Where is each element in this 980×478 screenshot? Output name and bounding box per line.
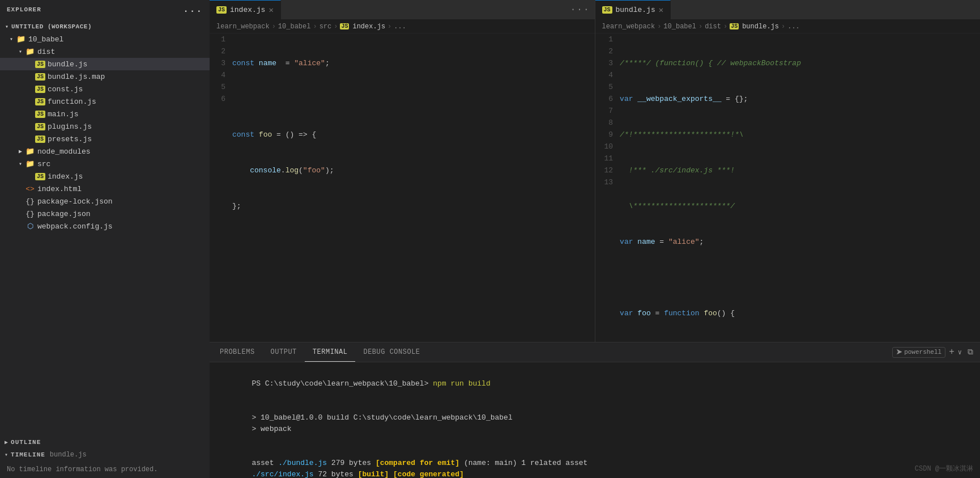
outline-section[interactable]: ▶ OUTLINE (0, 436, 210, 449)
outline-arrow: ▶ (5, 439, 8, 446)
tree-item-function-js[interactable]: JS function.js (0, 95, 210, 108)
new-terminal-button[interactable]: + (949, 347, 955, 357)
tree-item-package-lock-json[interactable]: {} package-lock.json (0, 195, 210, 208)
editor2-line-numbers: 123456 78910111213 (595, 33, 620, 342)
tree-label: plugins.js (48, 122, 92, 131)
tree-item-src[interactable]: ▾ 📁 src (0, 158, 210, 170)
editor2-tabs-wrap: JS bundle.js ✕ learn_webpack › 10_babel … (595, 0, 981, 33)
bc-part: learn_webpack (216, 23, 270, 31)
timeline-arrow: ▾ (5, 451, 8, 458)
editor1-code-body: 123456 const name = "alice"; const foo =… (210, 33, 595, 342)
tree-label: package-lock.json (37, 197, 113, 206)
tree-label: bundle.js (48, 60, 87, 69)
editor1-breadcrumb: learn_webpack › 10_babel › src › JS inde… (210, 20, 595, 33)
main-area: EXPLORER ... ▾ UNTITLED (WORKSPACE) ▾ 📁 … (0, 0, 980, 478)
terminal-shell-label: powershell (904, 349, 941, 356)
panel-tab-output[interactable]: OUTPUT (263, 342, 305, 362)
terminal-icon: ⮞ (896, 349, 902, 356)
terminal-line: > webpack (252, 425, 291, 433)
js-icon: JS (35, 111, 45, 118)
tree-label: function.js (48, 98, 96, 106)
terminal-line: ./src/index.js 72 bytes [built] [code ge… (252, 470, 463, 478)
json-icon: {} (25, 210, 35, 218)
bc-sep: › (334, 23, 338, 31)
tree-label: bundle.js.map (48, 73, 105, 81)
watermark: CSDN @一颗冰淇淋 (915, 464, 973, 473)
no-timeline-info: No timeline information was provided. (0, 461, 210, 478)
panel-tabs: PROBLEMS OUTPUT TERMINAL DEBUG CONSOLE ⮞… (210, 342, 980, 362)
workspace-root[interactable]: ▾ UNTITLED (WORKSPACE) (0, 20, 210, 33)
terminal-split-button[interactable]: ⧉ (968, 348, 973, 357)
tab-close-button[interactable]: ✕ (269, 6, 273, 14)
bc-part: ... (394, 23, 406, 31)
tree-item-const-js[interactable]: JS const.js (0, 83, 210, 95)
editor2-code-body: 123456 78910111213 /*****/ (function() {… (595, 33, 981, 342)
panel-tab-terminal[interactable]: TERMINAL (305, 342, 356, 362)
tab-index-js[interactable]: JS index.js ✕ (210, 0, 281, 19)
tree-label: index.html (37, 185, 82, 193)
bc-part: dist (705, 23, 721, 31)
folder-arrow: ▾ (16, 160, 25, 167)
panel-tab-problems[interactable]: PROBLEMS (212, 342, 263, 362)
panel-controls: ⮞ powershell + ∨ ⧉ (892, 347, 978, 358)
folder-icon: 📁 (25, 159, 35, 168)
json-icon: {} (25, 197, 35, 206)
tree-item-index-js[interactable]: JS index.js (0, 170, 210, 183)
html-icon: <> (25, 185, 35, 193)
timeline-section[interactable]: ▾ TIMELINE bundle.js (0, 449, 210, 461)
tab-bundle-js[interactable]: JS bundle.js ✕ (595, 0, 671, 19)
tree-item-index-html[interactable]: <> index.html (0, 183, 210, 195)
tree-item-bundle-js[interactable]: JS bundle.js (0, 58, 210, 70)
editor-index-js: JS index.js ✕ ··· learn_webpack › 10_bab… (210, 0, 595, 342)
tree-label: src (37, 160, 50, 168)
tree-item-bundle-js-map[interactable]: JS bundle.js.map (0, 70, 210, 83)
timeline-label: TIMELINE (11, 451, 45, 458)
bc-part: index.js (352, 23, 385, 31)
tree-item-dist[interactable]: ▾ 📁 dist (0, 45, 210, 58)
js-icon: JS (35, 98, 45, 105)
tree-label: main.js (48, 110, 79, 119)
terminal-shell-button[interactable]: ⮞ powershell (892, 347, 945, 358)
tab-js-icon: JS (216, 6, 227, 14)
bc-sep: › (723, 23, 727, 31)
bc-sep: › (657, 23, 661, 31)
folder-arrow: ▾ (16, 48, 25, 55)
terminal-line: asset ./bundle.js 279 bytes [compared fo… (252, 459, 587, 467)
terminal-body: PS C:\study\code\learn_webpack\10_babel>… (210, 362, 980, 478)
tree-item-node-modules[interactable]: ▶ 📁 node_modules (0, 145, 210, 158)
folder-icon: 📁 (25, 147, 35, 156)
terminal-dropdown-button[interactable]: ∨ (958, 348, 962, 357)
bc-part: 10_babel (278, 23, 311, 31)
workspace-label: UNTITLED (WORKSPACE) (11, 23, 92, 30)
tab-js-icon: JS (602, 6, 612, 14)
tree-item-main-js[interactable]: JS main.js (0, 108, 210, 120)
js-icon: JS (35, 136, 45, 143)
tree-label: 10_babel (28, 35, 63, 44)
tree-label: const.js (48, 85, 83, 94)
tree-item-package-json[interactable]: {} package.json (0, 208, 210, 220)
terminal-line: PS C:\study\code\learn_webpack\10_babel>… (252, 379, 490, 388)
file-tree: ▾ UNTITLED (WORKSPACE) ▾ 📁 10_babel ▾ 📁 … (0, 19, 210, 436)
tab-close-button[interactable]: ✕ (659, 6, 663, 14)
bc-sep: › (272, 23, 276, 31)
editor1-line-numbers: 123456 (210, 33, 232, 342)
bc-sep: › (698, 23, 702, 31)
webpack-icon: ⬡ (25, 222, 35, 231)
editor-bundle-js: JS bundle.js ✕ learn_webpack › 10_babel … (595, 0, 981, 342)
timeline-filename: bundle.js (50, 451, 87, 459)
bc-part: 10_babel (663, 23, 696, 31)
tree-item-plugins-js[interactable]: JS plugins.js (0, 120, 210, 133)
tree-item-presets-js[interactable]: JS presets.js (0, 133, 210, 145)
js-icon: JS (35, 61, 45, 68)
bc-part: src (319, 23, 332, 31)
panel-tab-debug-console[interactable]: DEBUG CONSOLE (355, 342, 428, 362)
explorer-header: EXPLORER ... (0, 0, 210, 19)
explorer-more-button[interactable]: ... (183, 5, 203, 15)
editor-more-button[interactable]: ··· (570, 5, 590, 15)
editor1-tabs-bar: JS index.js ✕ ··· (210, 0, 595, 20)
tree-item-10_babel[interactable]: ▾ 📁 10_babel (0, 33, 210, 45)
tree-item-webpack-config-js[interactable]: ⬡ webpack.config.js (0, 220, 210, 232)
editor2-tabs-bar: JS bundle.js ✕ (595, 0, 981, 20)
tree-label: webpack.config.js (37, 222, 113, 231)
js-icon: JS (35, 73, 45, 81)
